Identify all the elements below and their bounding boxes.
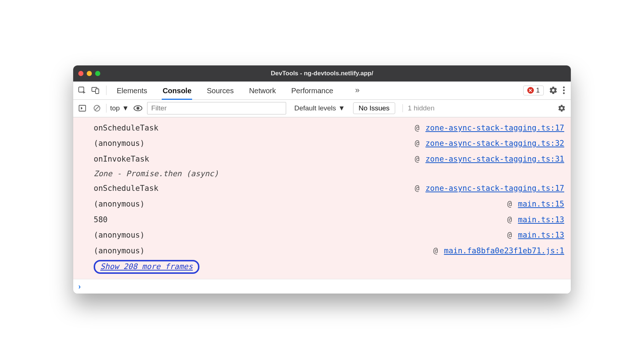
at-symbol: @ [415, 139, 424, 148]
console-output: onScheduleTask@ zone-async-stack-tagging… [73, 117, 571, 279]
more-menu-icon[interactable] [563, 86, 565, 94]
console-toolbar: top ▼ Default levels ▼ No Issues 1 hidde… [73, 100, 571, 117]
hidden-count[interactable]: 1 hidden [402, 104, 435, 112]
stack-frame-row: (anonymous)@ main.ts:13 [94, 227, 564, 243]
stack-frame-row: 580@ main.ts:13 [94, 212, 564, 228]
prompt-caret-icon: › [78, 282, 81, 291]
frame-function-name: (anonymous) [94, 229, 507, 241]
show-more-frames-link[interactable]: Show 208 more frames [100, 262, 193, 271]
at-symbol: @ [415, 124, 424, 132]
frame-source: @ zone-async-stack-tagging.ts:31 [415, 153, 564, 165]
context-label: top [110, 104, 120, 112]
error-icon: ✕ [527, 87, 534, 94]
source-link[interactable]: main.ts:13 [518, 231, 564, 239]
stack-frame-row: (anonymous)@ zone-async-stack-tagging.ts… [94, 136, 564, 151]
frame-function-name: onInvokeTask [94, 153, 415, 165]
at-symbol: @ [415, 155, 424, 163]
tabbar-right: ✕ 1 [523, 86, 567, 95]
frame-source: @ main.ts:13 [507, 214, 564, 226]
stack-frame-row: onScheduleTask@ zone-async-stack-tagging… [94, 181, 564, 196]
tab-console[interactable]: Console [162, 82, 192, 99]
close-window-button[interactable] [78, 71, 83, 76]
tab-elements[interactable]: Elements [116, 82, 148, 99]
stack-frame-row: (anonymous)@ main.fa8bfa0e23f1eb71.js:1 [94, 243, 564, 259]
maximize-window-button[interactable] [95, 71, 100, 76]
source-link[interactable]: zone-async-stack-tagging.ts:31 [426, 155, 564, 163]
chevron-down-icon: ▼ [338, 104, 345, 112]
tab-network[interactable]: Network [248, 82, 277, 99]
frame-source: @ zone-async-stack-tagging.ts:17 [415, 182, 564, 194]
frame-function-name: (anonymous) [94, 137, 415, 150]
stack-frame-row: onInvokeTask@ zone-async-stack-tagging.t… [94, 151, 564, 167]
source-link[interactable]: main.ts:15 [518, 200, 564, 208]
frame-function-name: (anonymous) [94, 198, 507, 210]
tab-sources[interactable]: Sources [206, 82, 234, 99]
titlebar: DevTools - ng-devtools.netlify.app/ [73, 65, 571, 82]
levels-label: Default levels [294, 104, 336, 112]
devtools-window: DevTools - ng-devtools.netlify.app/ Elem… [73, 65, 571, 294]
frame-source: @ main.ts:13 [507, 229, 564, 241]
log-levels-selector[interactable]: Default levels ▼ [294, 104, 345, 112]
main-tabbar: Elements Console Sources Network Perform… [73, 82, 571, 100]
window-title: DevTools - ng-devtools.netlify.app/ [271, 70, 373, 77]
frame-function-name: 580 [94, 214, 507, 226]
toggle-sidebar-icon[interactable] [77, 103, 88, 114]
divider [106, 104, 106, 113]
at-symbol: @ [415, 184, 424, 193]
error-count-badge[interactable]: ✕ 1 [523, 86, 544, 95]
frame-source: @ zone-async-stack-tagging.ts:17 [415, 122, 564, 134]
frame-source: @ main.fa8bfa0e23f1eb71.js:1 [433, 245, 564, 257]
tabs-overflow-icon[interactable]: » [355, 86, 360, 95]
svg-point-10 [136, 107, 139, 110]
at-symbol: @ [507, 200, 516, 208]
svg-line-8 [95, 106, 99, 110]
source-link[interactable]: main.fa8bfa0e23f1eb71.js:1 [444, 246, 564, 255]
svg-point-4 [563, 90, 565, 91]
frame-source: @ main.ts:15 [507, 198, 564, 210]
error-count: 1 [536, 87, 540, 94]
stack-frame-row: onScheduleTask@ zone-async-stack-tagging… [94, 120, 564, 136]
stack-frame-row: (anonymous)@ main.ts:15 [94, 196, 564, 212]
context-selector[interactable]: top ▼ [110, 104, 129, 112]
at-symbol: @ [433, 246, 442, 255]
frame-function-name: (anonymous) [94, 245, 433, 257]
console-settings-gear-icon[interactable] [556, 103, 567, 114]
filter-input[interactable] [147, 102, 286, 114]
clear-console-icon[interactable] [91, 103, 102, 114]
device-toolbar-icon[interactable] [90, 85, 101, 96]
inspect-element-icon[interactable] [77, 85, 88, 96]
source-link[interactable]: zone-async-stack-tagging.ts:17 [426, 184, 564, 193]
chevron-down-icon: ▼ [122, 104, 129, 112]
show-more-frames-highlight: Show 208 more frames [94, 260, 199, 274]
console-prompt[interactable]: › [73, 279, 571, 294]
at-symbol: @ [507, 215, 516, 224]
svg-point-3 [563, 87, 565, 88]
traffic-lights [78, 71, 100, 76]
async-stack-label: Zone - Promise.then (async) [94, 167, 564, 181]
minimize-window-button[interactable] [87, 71, 92, 76]
source-link[interactable]: main.ts:13 [518, 215, 564, 224]
source-link[interactable]: zone-async-stack-tagging.ts:32 [426, 139, 564, 148]
issues-button[interactable]: No Issues [353, 102, 395, 114]
svg-point-5 [563, 92, 565, 94]
frame-function-name: onScheduleTask [94, 122, 415, 134]
source-link[interactable]: zone-async-stack-tagging.ts:17 [426, 124, 564, 132]
svg-rect-2 [96, 89, 99, 94]
frame-function-name: onScheduleTask [94, 182, 415, 194]
live-expression-icon[interactable] [132, 103, 143, 114]
panel-tabs: Elements Console Sources Network Perform… [116, 82, 521, 99]
settings-gear-icon[interactable] [549, 86, 558, 95]
tab-performance[interactable]: Performance [291, 82, 334, 99]
at-symbol: @ [507, 231, 516, 239]
divider [106, 86, 106, 95]
frame-source: @ zone-async-stack-tagging.ts:32 [415, 137, 564, 150]
